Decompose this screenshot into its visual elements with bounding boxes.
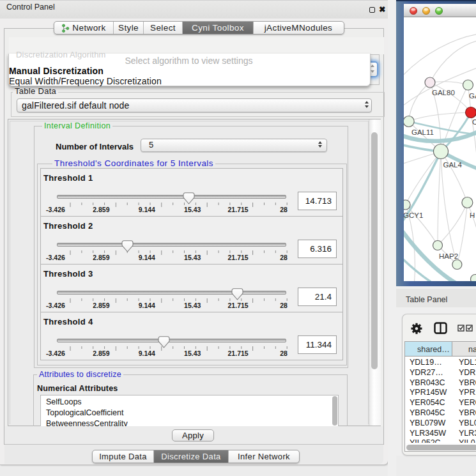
svg-text:H: H [470, 211, 475, 219]
svg-text:GCY1: GCY1 [404, 211, 423, 219]
svg-text:GAL80: GAL80 [432, 89, 455, 96]
svg-text:HAP2: HAP2 [439, 252, 458, 260]
svg-text:GAL11: GAL11 [411, 128, 434, 136]
svg-text:C: C [472, 118, 476, 126]
svg-text:GAL: GAL [469, 92, 476, 100]
svg-text:GAL4: GAL4 [443, 161, 463, 169]
